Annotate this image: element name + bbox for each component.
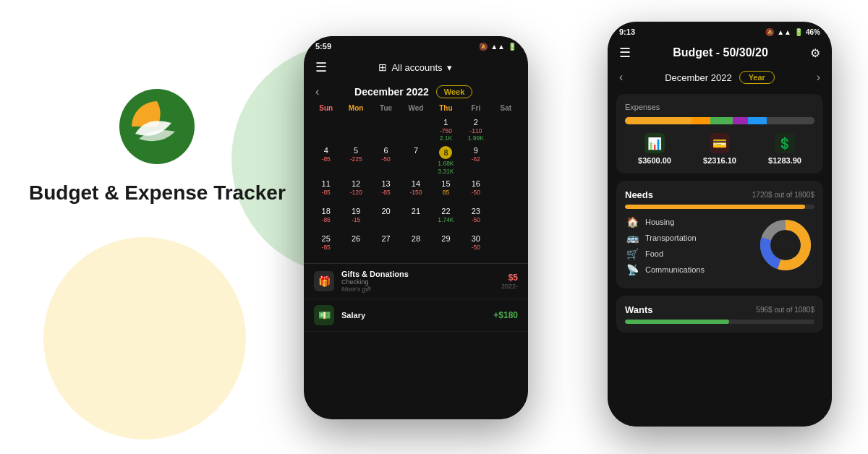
cal-cell[interactable] xyxy=(491,116,521,143)
cal-days-header: Sun Mon Tue Wed Thu Fri Sat xyxy=(311,103,521,113)
stat-spent: 💳 $2316.10 xyxy=(703,133,736,165)
wants-amount: 596$ out of 1080$ xyxy=(756,306,814,314)
phone-right: 9:13 🔕 ▲▲ 🔋 46% ☰ Budget - 50/30/20 ⚙ ‹ … xyxy=(608,22,832,427)
cal-cell-dec4[interactable]: 4 -85 xyxy=(311,145,341,176)
phone-left: 5:59 🔕 ▲▲ 🔋 ☰ ⊞ All accounts ▾ ‹ Decembe… xyxy=(304,36,528,419)
cal-cell-dec8[interactable]: 8 1.68K 3.31K xyxy=(431,145,461,176)
accounts-selector[interactable]: ⊞ All accounts ▾ xyxy=(378,61,451,73)
wants-card: Wants 596$ out of 1080$ xyxy=(616,296,823,333)
transaction-name-salary: Salary xyxy=(341,311,486,320)
cal-cell-dec6[interactable]: 6 -50 xyxy=(371,145,401,176)
budget-icon: 📊 xyxy=(644,133,665,153)
cal-cell[interactable] xyxy=(491,145,521,176)
transaction-amount-salary: +$180 xyxy=(493,310,518,320)
day-label-mon: Mon xyxy=(341,103,370,113)
bar-seg-4 xyxy=(733,117,748,124)
bar-seg-3 xyxy=(710,117,733,124)
menu-icon-right[interactable]: ☰ xyxy=(619,45,631,61)
status-icons-left: 🔕 ▲▲ 🔋 xyxy=(479,43,516,51)
wants-title: Wants xyxy=(625,304,653,315)
transaction-details-gifts: Gifts & Donations Checking Mom's gift xyxy=(341,270,494,293)
grid-icon: ⊞ xyxy=(378,61,387,73)
cal-cell[interactable] xyxy=(311,116,341,143)
accounts-label: All accounts xyxy=(391,62,442,73)
cal-cell[interactable] xyxy=(401,116,430,143)
spent-icon: 💳 xyxy=(710,133,730,153)
cal-cell-dec5[interactable]: 5 -225 xyxy=(341,145,370,176)
transaction-gifts[interactable]: 🎁 Gifts & Donations Checking Mom's gift … xyxy=(304,264,528,299)
needs-card: Needs 1720$ out of 1800$ 🏠 Housing 🚌 Tra… xyxy=(616,181,823,288)
expense-stats: 📊 $3600.00 💳 $2316.10 💲 $1283.90 xyxy=(625,133,814,165)
period-label: December 2022 xyxy=(665,72,732,83)
transaction-icon-gifts: 🎁 xyxy=(314,271,334,291)
category-transportation[interactable]: 🚌 Transportation xyxy=(625,232,751,244)
cal-cell-dec7[interactable]: 7 xyxy=(401,145,430,176)
cal-cell-dec9[interactable]: 9 -62 xyxy=(461,145,490,176)
cal-cell[interactable] xyxy=(341,116,370,143)
cal-row-3: 11-85 12-120 13-85 14-150 1585 16-50 xyxy=(311,178,521,204)
cal-cell[interactable] xyxy=(371,116,401,143)
day-label-fri: Fri xyxy=(461,103,490,113)
cal-row-4: 18-85 19-15 20 21 221.74K 23-50 xyxy=(311,205,521,231)
stat-remaining: 💲 $1283.90 xyxy=(768,133,801,165)
phone-right-screen: 9:13 🔕 ▲▲ 🔋 46% ☰ Budget - 50/30/20 ⚙ ‹ … xyxy=(608,22,832,427)
time-right: 9:13 xyxy=(619,27,635,36)
food-label: Food xyxy=(645,249,751,258)
status-icons-right: 🔕 ▲▲ 🔋 46% xyxy=(765,28,820,36)
time-left: 5:59 xyxy=(315,42,331,51)
transaction-note-gifts: Mom's gift xyxy=(341,286,494,293)
stat-budget-value: $3600.00 xyxy=(638,156,671,165)
bar-seg-2 xyxy=(692,117,710,124)
cal-row-1: 1 -750 2.1K 2 -110 1.99K xyxy=(311,116,521,143)
transaction-amount-gifts: $5 xyxy=(501,273,518,283)
transaction-date-gifts: 2022- xyxy=(501,283,518,290)
status-bar-left: 5:59 🔕 ▲▲ 🔋 xyxy=(304,36,528,53)
transaction-details-salary: Salary xyxy=(341,311,486,320)
category-food[interactable]: 🛒 Food xyxy=(625,248,751,260)
year-badge[interactable]: Year xyxy=(739,71,775,84)
branding-section: Budget & Expense Tracker xyxy=(29,87,286,205)
cal-row-5: 25-85 26 27 28 29 30-50 xyxy=(311,233,521,259)
transportation-label: Transportation xyxy=(645,234,751,242)
needs-bar xyxy=(625,205,814,209)
needs-title: Needs xyxy=(625,189,653,200)
menu-icon-left[interactable]: ☰ xyxy=(315,59,327,75)
app-logo xyxy=(117,87,197,166)
needs-content-split: 🏠 Housing 🚌 Transportation 🛒 Food 📡 Comm… xyxy=(625,216,814,280)
period-next[interactable]: › xyxy=(817,71,820,84)
amount-2a: -110 xyxy=(469,127,482,134)
left-header: ☰ ⊞ All accounts ▾ xyxy=(304,53,528,81)
transaction-name-gifts: Gifts & Donations xyxy=(341,270,494,278)
transaction-salary[interactable]: 💵 Salary +$180 xyxy=(304,299,528,332)
bar-seg-1 xyxy=(625,117,692,124)
wants-header: Wants 596$ out of 1080$ xyxy=(625,304,814,315)
week-badge[interactable]: Week xyxy=(436,85,473,98)
donut-chart xyxy=(757,216,814,274)
stat-budget: 📊 $3600.00 xyxy=(638,133,671,165)
day-label-sat: Sat xyxy=(491,103,521,113)
cal-title: December 2022 xyxy=(354,86,429,98)
date-1: 1 xyxy=(443,118,448,127)
date-2: 2 xyxy=(474,118,478,127)
dropdown-arrow: ▾ xyxy=(447,62,452,73)
period-nav: ‹ December 2022 Year › xyxy=(608,67,832,88)
donut-svg xyxy=(757,216,814,274)
cal-cell-dec1[interactable]: 1 -750 2.1K xyxy=(431,116,461,143)
gear-icon-right[interactable]: ⚙ xyxy=(810,46,820,60)
calendar-nav: ‹ December 2022 Week xyxy=(304,81,528,103)
bar-seg-5 xyxy=(748,117,767,124)
cal-cell-dec2[interactable]: 2 -110 1.99K xyxy=(461,116,490,143)
category-housing[interactable]: 🏠 Housing xyxy=(625,216,751,228)
cal-prev[interactable]: ‹ xyxy=(315,85,319,98)
calendar-grid: Sun Mon Tue Wed Thu Fri Sat 1 -750 2.1K xyxy=(304,103,528,259)
transaction-icon-salary: 💵 xyxy=(314,305,334,325)
needs-amount: 1720$ out of 1800$ xyxy=(752,191,814,199)
needs-category-list: 🏠 Housing 🚌 Transportation 🛒 Food 📡 Comm… xyxy=(625,216,751,280)
category-communications[interactable]: 📡 Communications xyxy=(625,264,751,275)
wants-bar xyxy=(625,320,814,324)
period-prev[interactable]: ‹ xyxy=(619,71,623,84)
day-label-sun: Sun xyxy=(311,103,341,113)
budget-title: Budget - 50/30/20 xyxy=(673,46,768,59)
housing-label: Housing xyxy=(645,218,751,226)
comms-label: Communications xyxy=(645,265,751,274)
